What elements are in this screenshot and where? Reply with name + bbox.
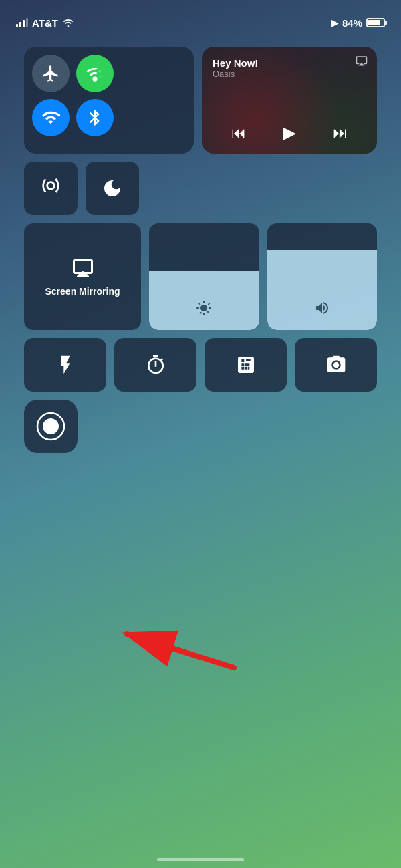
music-title: Hey Now! — [213, 57, 366, 69]
camera-button[interactable] — [295, 338, 377, 392]
brightness-slider[interactable] — [149, 223, 259, 330]
row-screen-mirroring-sliders: Screen Mirroring — [24, 223, 377, 330]
bluetooth-button[interactable] — [76, 99, 114, 136]
calculator-icon — [235, 354, 257, 376]
play-button[interactable]: ▶ — [283, 122, 296, 143]
rewind-button[interactable]: ⏮ — [231, 124, 246, 142]
battery-icon — [366, 18, 385, 27]
svg-point-0 — [93, 77, 98, 82]
do-not-disturb-button[interactable] — [86, 162, 139, 215]
connectivity-panel[interactable] — [24, 47, 194, 154]
svg-line-5 — [127, 634, 234, 668]
calculator-button[interactable] — [205, 338, 287, 392]
signal-bars — [16, 18, 28, 27]
screen-record-button[interactable] — [24, 400, 78, 453]
music-artist: Oasis — [213, 69, 366, 79]
flashlight-button[interactable] — [24, 338, 106, 392]
timer-button[interactable] — [114, 338, 196, 392]
spacer — [147, 162, 258, 215]
red-arrow-annotation — [107, 621, 241, 674]
row-quick-actions — [24, 338, 377, 392]
screen-mirroring-label: Screen Mirroring — [45, 285, 120, 297]
cellular-icon — [86, 64, 104, 83]
music-controls: ⏮ ▶ ⏭ — [213, 122, 366, 143]
record-icon — [36, 412, 65, 441]
battery-percent-label: 84% — [342, 17, 362, 29]
airplane-mode-button[interactable] — [32, 55, 70, 92]
music-panel[interactable]: Hey Now! Oasis ⏮ ▶ ⏭ — [202, 47, 377, 154]
svg-point-1 — [333, 362, 339, 368]
moon-icon — [102, 178, 123, 199]
music-info: Hey Now! Oasis — [213, 57, 366, 79]
row-controls — [24, 162, 377, 215]
spacer2 — [266, 162, 377, 215]
camera-icon — [325, 354, 347, 376]
timer-icon — [145, 354, 166, 376]
volume-slider[interactable] — [267, 223, 378, 330]
row-record — [24, 400, 377, 453]
fast-forward-button[interactable]: ⏭ — [333, 124, 348, 142]
status-left: AT&T — [16, 17, 74, 29]
rotation-lock-icon — [40, 178, 61, 199]
screen-mirroring-button[interactable]: Screen Mirroring — [24, 223, 141, 330]
carrier-label: AT&T — [32, 17, 58, 29]
brightness-icon — [196, 300, 212, 319]
rotation-lock-button[interactable] — [24, 162, 78, 215]
home-indicator[interactable] — [157, 858, 244, 861]
flashlight-icon — [55, 354, 76, 376]
cellular-button[interactable] — [76, 55, 114, 92]
svg-point-3 — [43, 418, 59, 434]
bluetooth-icon — [86, 108, 104, 127]
wifi-button[interactable] — [32, 99, 70, 136]
status-right: ▶ 84% — [331, 17, 385, 29]
volume-icon — [314, 300, 330, 319]
location-icon: ▶ — [331, 18, 338, 28]
status-bar: AT&T ▶ 84% — [0, 0, 401, 36]
row-connectivity-music: Hey Now! Oasis ⏮ ▶ ⏭ — [24, 47, 377, 154]
control-center: Hey Now! Oasis ⏮ ▶ ⏭ — [24, 47, 377, 453]
wifi-status-icon — [62, 18, 74, 27]
airplane-icon — [41, 64, 60, 83]
wifi-icon — [41, 108, 60, 127]
screen-mirroring-icon — [71, 256, 95, 280]
sliders-container — [149, 223, 377, 330]
